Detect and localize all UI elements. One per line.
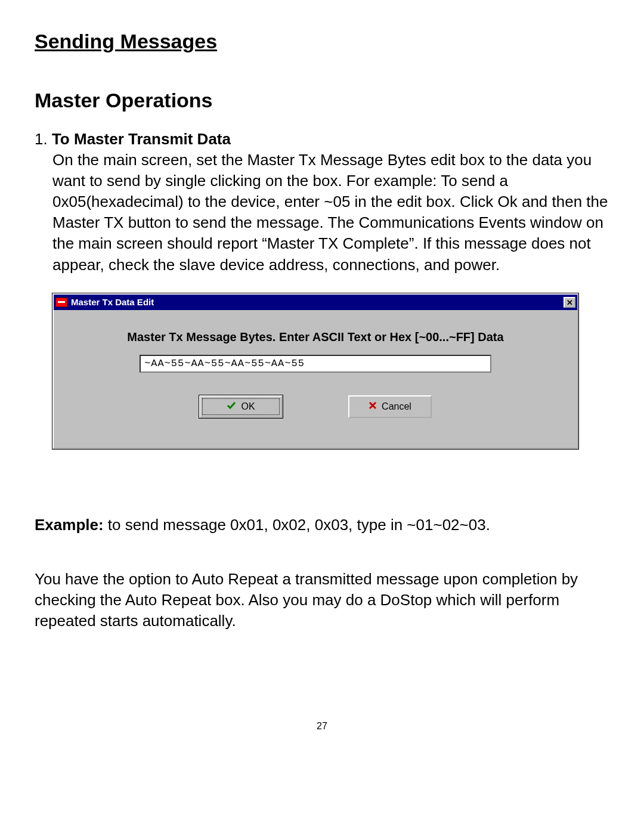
ok-button-label: OK [241, 401, 255, 412]
cancel-button-label: Cancel [382, 401, 411, 412]
dialog-body: Master Tx Message Bytes. Enter ASCII Tex… [54, 310, 577, 448]
app-icon [55, 298, 67, 307]
example-line: Example: to send message 0x01, 0x02, 0x0… [35, 515, 609, 535]
item-body: On the main screen, set the Master Tx Me… [52, 150, 609, 275]
document-page: Sending Messages Master Operations 1. To… [0, 0, 644, 750]
check-icon [227, 401, 236, 412]
dialog-master-tx-data-edit: Master Tx Data Edit ✕ Master Tx Message … [52, 293, 578, 449]
dialog-button-row: OK Cancel [72, 395, 559, 418]
close-button[interactable]: ✕ [564, 297, 575, 308]
dialog-title: Master Tx Data Edit [71, 297, 564, 307]
ok-button[interactable]: OK [199, 395, 283, 418]
heading-master-operations: Master Operations [35, 89, 609, 112]
cancel-button[interactable]: Cancel [348, 395, 432, 418]
example-text: to send message 0x01, 0x02, 0x03, type i… [104, 516, 490, 534]
dialog-prompt: Master Tx Message Bytes. Enter ASCII Tex… [72, 330, 559, 344]
post-paragraph: You have the option to Auto Repeat a tra… [35, 569, 609, 631]
cancel-icon [369, 401, 377, 412]
dialog-titlebar: Master Tx Data Edit ✕ [54, 295, 577, 310]
example-lead: Example: [35, 516, 104, 534]
master-tx-bytes-input[interactable] [140, 355, 491, 373]
item-title: To Master Transmit Data [52, 130, 231, 148]
page-number: 27 [35, 721, 609, 732]
numbered-item: 1. To Master Transmit Data On the main s… [35, 129, 609, 275]
item-number: 1. [35, 130, 52, 148]
heading-sending-messages: Sending Messages [35, 30, 609, 53]
